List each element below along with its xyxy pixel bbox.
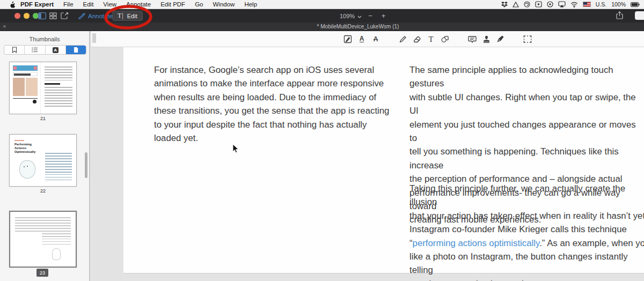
annotate-pen-icon: [78, 13, 85, 19]
select-area-icon[interactable]: [523, 34, 532, 44]
close-window-button[interactable]: [14, 13, 20, 19]
screen: PDF Expert File Edit View Annotate Edit …: [0, 0, 644, 281]
page-number-label: 21: [9, 116, 77, 121]
zoom-level-value[interactable]: 109%: [340, 13, 355, 19]
airplay-icon[interactable]: [558, 1, 566, 8]
share-icon[interactable]: [616, 11, 623, 21]
page-thumbnail-23[interactable]: [9, 211, 77, 268]
paragraph: Taking this principle further, we can ac…: [409, 182, 644, 236]
comment-icon[interactable]: [468, 34, 477, 44]
menu-item-edit[interactable]: Edit: [83, 1, 94, 8]
stamp-icon[interactable]: [482, 34, 491, 44]
close-tab-icon[interactable]: ×: [3, 23, 6, 29]
eraser-icon[interactable]: [413, 34, 421, 44]
tab-annotate-label: Annotate: [88, 13, 113, 19]
record-circle-icon[interactable]: [547, 1, 553, 8]
signature-icon[interactable]: [496, 34, 504, 44]
pencil-icon[interactable]: [399, 34, 407, 44]
thumb22-left: Performing Actions Optimistically: [10, 135, 44, 186]
paragraph-line-with-link: “performing actions optimistically.” As …: [409, 236, 644, 250]
tab-edit[interactable]: T| Edit: [112, 11, 143, 21]
annotation-toolbar: A A T: [91, 31, 644, 47]
wifi-icon[interactable]: [570, 2, 578, 8]
sidebar-scrollbar-thumb[interactable]: [85, 152, 87, 178]
annotations-icon: A: [53, 47, 58, 53]
macos-menu-bar: PDF Expert File Edit View Annotate Edit …: [0, 0, 644, 9]
text-after-link: .” As an example, when you: [539, 238, 644, 248]
menu-bar-status-area: U.S. 100%: [501, 1, 640, 8]
tab-bookmarks[interactable]: [4, 46, 25, 54]
menu-item-go[interactable]: Go: [195, 1, 203, 8]
page-right-column-para2: Taking this principle further, we can ac…: [409, 182, 644, 281]
bear-illustration: [19, 160, 35, 179]
menu-item-window[interactable]: Window: [213, 1, 235, 8]
performing-actions-link[interactable]: performing actions optimistically: [413, 238, 540, 248]
underline-icon[interactable]: A: [357, 34, 366, 44]
thumb22-title: Performing Actions Optimistically: [14, 143, 42, 154]
thumb23-figure: [52, 248, 61, 260]
swirl-icon[interactable]: [524, 1, 530, 8]
page-thumbnail-22[interactable]: Performing Actions Optimistically: [9, 134, 77, 187]
tab-thumbnails[interactable]: [66, 46, 86, 54]
zoom-out-button[interactable]: −: [365, 12, 375, 20]
paragraph: For instance, Google’s search app on iOS…: [154, 63, 389, 145]
zoom-controls: 109% − +: [340, 9, 388, 23]
battery-icon[interactable]: [631, 2, 640, 7]
dropbox-icon[interactable]: [501, 2, 508, 8]
menu-item-view[interactable]: View: [103, 1, 116, 8]
menu-item-help[interactable]: Help: [244, 1, 257, 8]
apple-menu-icon[interactable]: [9, 1, 15, 8]
page-number-label: 22: [9, 188, 77, 194]
battery-percentage: 100%: [611, 1, 626, 8]
sidebar-toggle-icon[interactable]: [38, 12, 46, 21]
sidebar-tab-switcher: A: [4, 45, 86, 55]
strikethrough-icon[interactable]: A: [371, 34, 380, 44]
chevron-down-icon[interactable]: [357, 13, 362, 19]
tab-edit-label: Edit: [127, 13, 137, 19]
bookmarks-icon: [12, 47, 17, 53]
paragraph: like a photo on Instagram, the button ch…: [409, 250, 644, 281]
search-field[interactable]: [635, 11, 644, 20]
shapes-icon[interactable]: [441, 34, 449, 44]
menu-item-edit-pdf[interactable]: Edit PDF: [160, 1, 185, 8]
thumb21-text-mock: [41, 62, 76, 114]
document-tab-title[interactable]: * MobileMultiDevice_LukeWsm (1): [317, 24, 399, 29]
page-left-column: For instance, Google’s search app on iOS…: [154, 63, 389, 145]
grid-view-icon[interactable]: [49, 12, 57, 21]
minimize-window-button[interactable]: [24, 13, 30, 19]
document-view: For instance, Google’s search app on iOS…: [91, 47, 644, 281]
tab-outline[interactable]: [25, 46, 45, 54]
app-title-bar: Annotate T| Edit 109% − +: [0, 9, 644, 23]
menu-app-name[interactable]: PDF Expert: [20, 1, 54, 8]
us-flag-icon[interactable]: [583, 2, 591, 7]
text-icon[interactable]: T: [427, 34, 435, 44]
page-thumbnail-21[interactable]: [9, 62, 77, 114]
record-square-icon[interactable]: [535, 1, 542, 8]
document-tab-bar: × * MobileMultiDevice_LukeWsm (1): [0, 23, 644, 31]
export-icon[interactable]: [61, 12, 69, 21]
sidebar-header: Thumbnails: [0, 31, 89, 42]
thumb21-phone-mock: [10, 62, 41, 114]
mouse-cursor: [232, 144, 239, 156]
menu-item-file[interactable]: File: [63, 1, 74, 8]
toolbar-icon-row: A A T: [343, 31, 537, 47]
thumbnails-sidebar: Thumbnails A: [0, 31, 90, 281]
pdf-page[interactable]: For instance, Google’s search app on iOS…: [123, 47, 644, 273]
tab-annotations[interactable]: A: [46, 46, 66, 54]
zoom-in-button[interactable]: +: [379, 12, 389, 20]
thumbnails-icon: [74, 47, 78, 53]
drive-icon[interactable]: [513, 2, 519, 8]
outline-icon: [32, 47, 38, 53]
sidebar-resize-handle[interactable]: [92, 33, 96, 43]
page-number-badge-selected: 23: [36, 269, 48, 277]
edit-text-cursor-icon: T|: [118, 12, 124, 20]
tab-annotate[interactable]: Annotate: [78, 10, 113, 21]
menu-item-annotate[interactable]: Annotate: [126, 1, 151, 8]
highlight-icon[interactable]: [343, 34, 352, 44]
thumb22-right: [44, 135, 76, 186]
input-source-label[interactable]: U.S.: [596, 1, 606, 8]
